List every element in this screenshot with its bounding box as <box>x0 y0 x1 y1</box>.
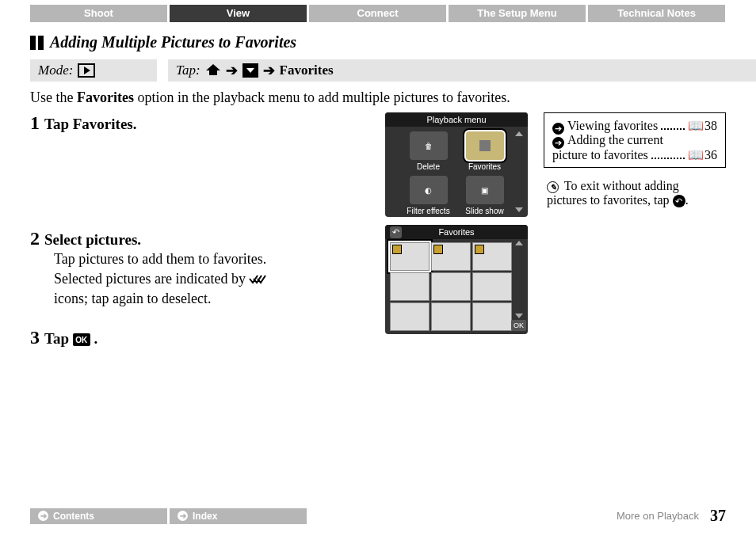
note-box: ✎ To exit without adding pictures to fav… <box>544 179 726 207</box>
thumbnail <box>431 242 471 271</box>
arrow-bullet-icon: ➔ <box>552 137 564 149</box>
step-body: Tap pictures to add them to favorites. S… <box>30 249 372 310</box>
star-icon <box>466 131 504 160</box>
back-circle-icon: ↶ <box>673 195 685 207</box>
step-title: Select pictures. <box>44 231 141 249</box>
step-title: Tap OK . <box>44 330 97 348</box>
section-title-text: Adding Multiple Pictures to Favorites <box>50 33 296 51</box>
menu-item-filter-effects: ◐ Filter effects <box>403 176 454 215</box>
arrow-circle-icon: ➔ <box>38 511 48 521</box>
thumbnail <box>390 242 430 271</box>
screenshots-column: Playback menu 🗑 Delete Favorites ◐ Filte… <box>385 112 531 361</box>
ref-page: 38 <box>704 119 717 133</box>
tab-connect[interactable]: Connect <box>309 5 446 22</box>
step-number: 1 <box>30 112 40 134</box>
scroll-down-icon <box>515 314 523 318</box>
step-number: 3 <box>30 327 40 348</box>
tab-shoot[interactable]: Shoot <box>30 5 167 22</box>
mode-box: Mode: <box>30 59 157 82</box>
arrow-right-icon: ➔ <box>263 62 275 79</box>
ref-viewing-favorites[interactable]: ➔ Viewing favorites 📖 38 <box>552 118 717 133</box>
playback-menu-icon <box>242 63 258 78</box>
tab-technical-notes[interactable]: Technical Notes <box>588 5 725 22</box>
playback-mode-icon <box>78 63 95 78</box>
tap-path-box: Tap: ➔ ➔ Favorites <box>168 59 756 82</box>
step-1: 1 Tap Favorites. <box>30 112 372 215</box>
thumbnail <box>472 302 512 331</box>
page-number: 37 <box>710 507 726 525</box>
top-tabs: Shoot View Connect The Setup Menu Techni… <box>0 0 756 22</box>
scroll-down-icon <box>515 207 523 212</box>
thumbnail <box>472 272 512 301</box>
book-icon: 📖 <box>688 118 702 133</box>
tab-view[interactable]: View <box>170 5 307 22</box>
favorites-selection-screenshot: ↶ Favorites OK <box>385 225 528 334</box>
tap-target: Favorites <box>280 63 334 78</box>
thumbnail-grid <box>385 239 528 334</box>
pencil-note-icon: ✎ <box>547 181 559 193</box>
tap-label: Tap: <box>176 63 200 78</box>
mode-label: Mode: <box>38 63 73 78</box>
thumbnail <box>390 272 430 301</box>
scroll-up-icon <box>515 131 523 136</box>
home-icon <box>206 64 220 70</box>
cross-reference-box: ➔ Viewing favorites 📖 38 ➔ Adding the cu… <box>544 112 726 168</box>
thumbnail <box>431 302 471 331</box>
back-icon: ↶ <box>390 226 402 238</box>
step-2: 2 Select pictures. Tap pictures to add t… <box>30 228 372 310</box>
intro-text: Use the Favorites option in the playback… <box>0 88 756 112</box>
menu-item-slide-show: ▣ Slide show <box>459 176 510 215</box>
references-column: ➔ Viewing favorites 📖 38 ➔ Adding the cu… <box>544 112 726 361</box>
ref-page: 36 <box>704 148 717 162</box>
steps-column: 1 Tap Favorites. 2 Select pictures. Tap … <box>30 112 372 361</box>
slideshow-icon: ▣ <box>466 176 504 204</box>
arrow-right-icon: ➔ <box>226 62 238 79</box>
trash-icon: 🗑 <box>410 131 448 160</box>
scroll-up-icon <box>515 241 523 245</box>
heading-decor-icon <box>30 36 44 50</box>
step-title: Tap Favorites. <box>44 116 136 133</box>
ok-button-icon: OK <box>511 320 526 331</box>
step-number: 2 <box>30 228 40 249</box>
section-heading: Adding Multiple Pictures to Favorites <box>0 22 756 59</box>
thumbnail <box>472 242 512 271</box>
contents-button[interactable]: ➔ Contents <box>30 508 167 524</box>
step-3: 3 Tap OK . <box>30 327 372 348</box>
screen-title: Favorites <box>438 227 474 237</box>
index-button[interactable]: ➔ Index <box>170 508 307 524</box>
book-icon: 📖 <box>688 147 702 162</box>
thumbnail <box>431 272 471 301</box>
screen-title: Playback menu <box>385 112 528 127</box>
section-label: More on Playback <box>617 510 699 522</box>
menu-item-favorites: Favorites <box>459 131 510 171</box>
mode-tap-row: Mode: Tap: ➔ ➔ Favorites <box>0 59 756 88</box>
menu-item-delete: 🗑 Delete <box>403 131 454 171</box>
ok-icon: OK <box>73 333 90 346</box>
thumbnail <box>390 302 430 331</box>
arrow-circle-icon: ➔ <box>178 511 188 521</box>
tab-setup-menu[interactable]: The Setup Menu <box>449 5 586 22</box>
selected-check-icon <box>249 274 266 285</box>
playback-menu-screenshot: Playback menu 🗑 Delete Favorites ◐ Filte… <box>385 112 528 217</box>
page-footer: ➔ Contents ➔ Index More on Playback 37 <box>0 507 756 525</box>
arrow-bullet-icon: ➔ <box>552 123 564 135</box>
ref-adding-current-picture[interactable]: ➔ Adding the current picture to favorite… <box>552 133 717 162</box>
filter-icon: ◐ <box>410 176 448 204</box>
